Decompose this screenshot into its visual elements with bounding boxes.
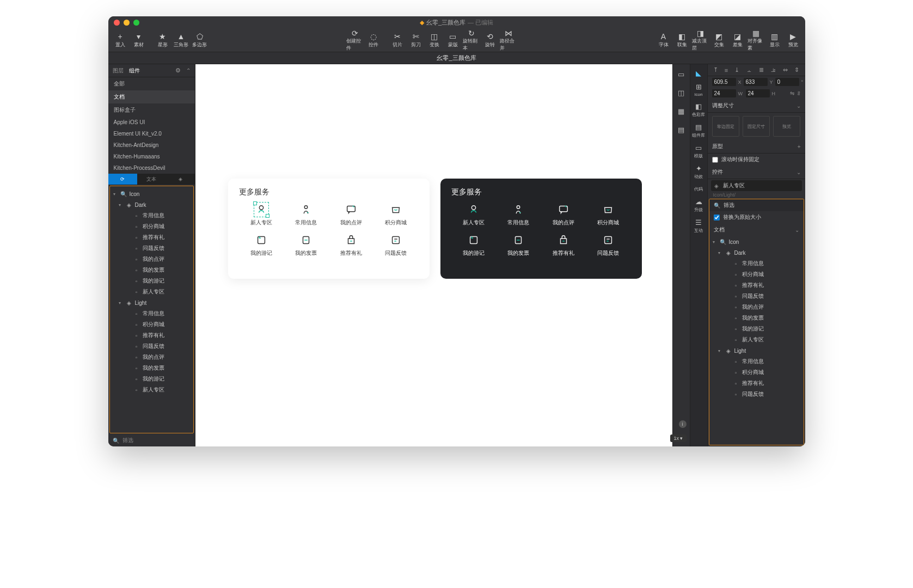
zoom-icon[interactable] <box>133 20 139 26</box>
flip-v-icon[interactable]: ⥯ <box>796 90 801 96</box>
plus-icon[interactable]: + <box>798 144 801 150</box>
align-top-icon[interactable]: ⫠ <box>746 67 752 74</box>
distribute-h-icon[interactable]: ⇔ <box>783 66 788 74</box>
tab-components[interactable]: 组件 <box>129 67 140 75</box>
x-input[interactable] <box>712 78 736 86</box>
zoom-indicator[interactable]: 1x ▾ <box>670 434 686 442</box>
service-我的点评[interactable]: 我的点评 <box>329 204 374 226</box>
tree-row[interactable]: ▫常用信息 <box>110 210 193 221</box>
toolbar-字体[interactable]: A字体 <box>655 30 672 51</box>
tree-row[interactable]: ▫问题反馈 <box>709 291 804 302</box>
strip-btn-2[interactable]: ◫ <box>675 86 688 99</box>
service-新人专区[interactable]: 新人专区 <box>451 204 497 226</box>
w-input[interactable] <box>712 89 736 97</box>
strip-btn-1[interactable]: ▭ <box>675 68 688 81</box>
flip-h-icon[interactable]: ⇋ <box>790 90 794 96</box>
control-section[interactable]: 控件 ⌄ <box>708 166 805 179</box>
document-tab[interactable]: 幺零_三颜色库 <box>108 52 805 64</box>
prototype-section[interactable]: 原型 + <box>708 140 805 154</box>
toolbar-显示[interactable]: ▥显示 <box>766 30 783 51</box>
service-积分商城[interactable]: 积分商城 <box>373 204 419 226</box>
comp-icon[interactable]: ⊞icon <box>691 81 706 99</box>
tree-row[interactable]: ▫我的点评 <box>709 302 804 313</box>
strip-btn-3[interactable]: ▦ <box>675 105 688 118</box>
tree-row[interactable]: ▫常用信息 <box>709 258 804 269</box>
r-input[interactable] <box>775 78 799 86</box>
toolbar-素材[interactable]: ▾素材 <box>130 30 148 51</box>
service-新人专区[interactable]: 新人专区 <box>239 204 284 226</box>
lib-item[interactable]: Kitchen-AntDesign <box>108 139 195 151</box>
tree-row[interactable]: ▫我的发票 <box>110 363 193 373</box>
replace-orig-checkbox[interactable] <box>714 215 720 220</box>
align-right-icon[interactable]: ⤓ <box>734 66 739 74</box>
comp-模版[interactable]: ▭模版 <box>691 142 706 161</box>
toolbar-星形[interactable]: ★星形 <box>154 30 171 51</box>
doc-section[interactable]: 文档 ⌄ <box>709 223 804 236</box>
tree-row[interactable]: ▾🔍Icon <box>709 236 804 247</box>
align-left-icon[interactable]: ⤒ <box>713 66 718 74</box>
h-input[interactable] <box>746 89 770 97</box>
info-badge[interactable]: i <box>679 420 687 428</box>
tree-row[interactable]: ▫常用信息 <box>110 308 193 319</box>
tree-row[interactable]: ▫积分商城 <box>110 221 193 232</box>
scroll-fix-row[interactable]: 滚动时保持固定 <box>708 154 805 166</box>
service-我的点评[interactable]: 我的点评 <box>541 204 586 226</box>
tree-row[interactable]: ▫我的发票 <box>709 313 804 323</box>
service-我的游记[interactable]: 我的游记 <box>239 234 284 257</box>
service-常用信息[interactable]: 常用信息 <box>496 204 541 226</box>
toolbar-三角形[interactable]: ▲三角形 <box>173 30 190 51</box>
tree-row[interactable]: ▫我的发票 <box>110 265 193 275</box>
tree-row[interactable]: ▾◈Light <box>110 297 193 308</box>
tree-row[interactable]: ▫推荐有礼 <box>709 378 804 389</box>
toolbar-多边形[interactable]: ⬠多边形 <box>191 30 209 51</box>
pin-edges[interactable]: 靠边固定 <box>712 116 739 137</box>
service-我的发票[interactable]: 我的发票 <box>284 234 329 257</box>
lib-item[interactable]: 文档 <box>108 90 195 103</box>
minimize-icon[interactable] <box>124 20 130 26</box>
collapse-icon[interactable]: ⌃ <box>186 68 191 74</box>
tree-row[interactable]: ▫我的游记 <box>110 373 193 384</box>
pin-fixed[interactable]: 固定尺寸 <box>743 116 770 137</box>
close-icon[interactable] <box>114 20 120 26</box>
align-bottom-icon[interactable]: ⫡ <box>770 67 776 74</box>
toolbar-旋转[interactable]: ⟲旋转 <box>481 30 499 51</box>
tree-row[interactable]: ▾◈Dark <box>110 199 193 210</box>
mode-symbol[interactable]: ◈ <box>166 174 195 185</box>
toolbar-交集[interactable]: ◩交集 <box>710 30 728 51</box>
lib-item[interactable]: 全部 <box>108 77 195 90</box>
distribute-v-icon[interactable]: ⇕ <box>794 66 799 74</box>
tree-row[interactable]: ▫新人专区 <box>110 286 193 297</box>
tree-row[interactable]: ▫问题反馈 <box>709 389 804 400</box>
toolbar-控件[interactable]: ◌控件 <box>365 30 382 51</box>
service-我的游记[interactable]: 我的游记 <box>451 234 497 257</box>
tree-row[interactable]: ▫我的游记 <box>709 323 804 334</box>
service-积分商城[interactable]: 积分商城 <box>586 204 631 226</box>
toolbar-变换[interactable]: ◫变换 <box>426 30 443 51</box>
tree-row[interactable]: ▫我的游记 <box>110 275 193 286</box>
filter-label[interactable]: 筛选 <box>122 437 133 444</box>
toolbar-旋转副本[interactable]: ↻旋转副本 <box>463 30 480 51</box>
service-推荐有礼[interactable]: 推荐有礼 <box>541 234 586 257</box>
mode-text[interactable]: 文本 <box>137 174 166 185</box>
comp-组件库[interactable]: ▤组件库 <box>691 121 706 140</box>
comp-动效[interactable]: ✦动效 <box>691 163 706 181</box>
toolbar-联集[interactable]: ◧联集 <box>673 30 691 51</box>
tree-row[interactable]: ▫我的点评 <box>110 352 193 363</box>
tree-row[interactable]: ▫推荐有礼 <box>110 330 193 341</box>
service-我的发票[interactable]: 我的发票 <box>496 234 541 257</box>
toolbar-置入[interactable]: +置入 <box>112 30 129 51</box>
tree-row[interactable]: ▫新人专区 <box>709 334 804 345</box>
service-常用信息[interactable]: 常用信息 <box>284 204 329 226</box>
tree-row[interactable]: ▫问题反馈 <box>110 243 193 254</box>
toolbar-剪刀[interactable]: ✄剪刀 <box>407 30 425 51</box>
strip-btn-4[interactable]: ▤ <box>675 123 688 136</box>
tree-row[interactable]: ▫问题反馈 <box>110 341 193 352</box>
lib-item[interactable]: Kitchen-Humaaans <box>108 151 195 162</box>
service-问题反馈[interactable]: 问题反馈 <box>373 234 419 257</box>
align-center-h-icon[interactable]: ≡ <box>725 67 728 74</box>
toolbar-对齐像素[interactable]: ▦对齐像素 <box>747 30 765 51</box>
toolbar-预览[interactable]: ▶预览 <box>785 30 802 51</box>
tab-layers[interactable]: 图层 <box>113 67 124 75</box>
canvas[interactable]: 更多服务 新人专区常用信息我的点评积分商城我的游记我的发票推荐有礼问题反馈 更多… <box>195 64 672 446</box>
tree-row[interactable]: ▫我的点评 <box>110 254 193 265</box>
